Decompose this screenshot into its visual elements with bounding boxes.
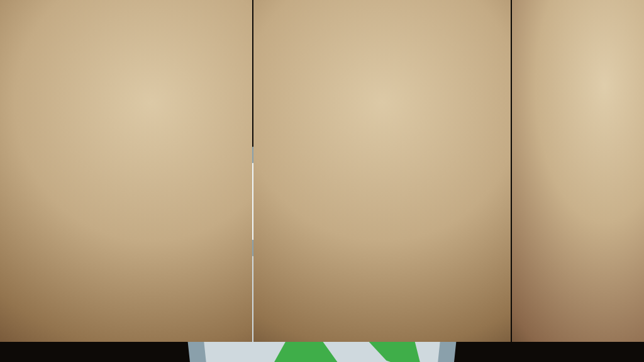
desktop-screen: Recycle BinASUSASUSASUS InstallASUS Inst… [0,0,644,362]
wallpaper-panel [512,0,644,342]
wallpaper-panel [253,0,511,342]
wallpaper-panel [0,0,252,342]
